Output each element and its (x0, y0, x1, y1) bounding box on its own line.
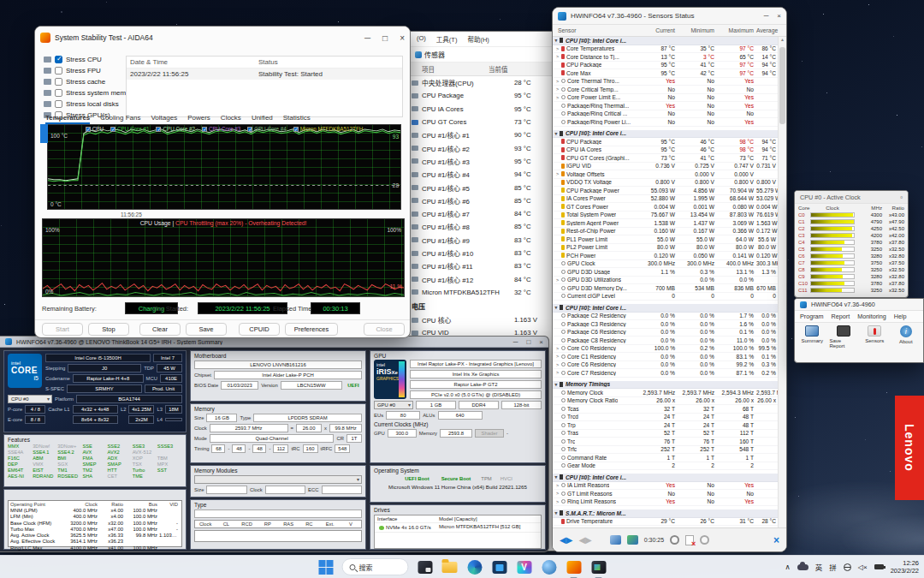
history-back-icon[interactable]: ◀▶ (560, 536, 572, 545)
close-icon[interactable]: ▫ (900, 194, 903, 201)
window-controls[interactable]: ─□× (364, 33, 405, 43)
sensor-row[interactable]: Memory Clock2,593.7 MHz2,593.7 MHz2,594.… (553, 389, 778, 397)
sensor-row[interactable]: >Core C0 Residency100.0 %0.2 %100.0 %99.… (553, 345, 778, 354)
legend-item[interactable]: CPU Core #4 (247, 126, 286, 132)
taskbar-app-v[interactable]: V (516, 558, 533, 575)
active-clock-titlebar[interactable]: CPU #0 - Active Clock ▫ (795, 191, 908, 204)
sensor-group-header[interactable]: ▾CPU [#0]: Intel Core i... (553, 130, 778, 139)
sensor-row[interactable]: CPU GT Cores (Graphi...73 °C41 °C73 °C71… (553, 154, 778, 163)
hwinfo-sensors-window[interactable]: HWiNFO64 v7.36-4960 - Sensors Status ─× … (552, 7, 787, 552)
menu-item[interactable]: 帮助(H) (467, 34, 489, 44)
menu-help[interactable]: Help (894, 313, 907, 320)
checkbox[interactable] (55, 89, 62, 97)
column-current[interactable]: Current (640, 27, 678, 33)
menu-item[interactable]: 工具(T) (436, 34, 458, 44)
sensor-row[interactable]: GT Cores Power0.004 W0.001 W0.080 W0.004… (553, 203, 778, 212)
logging-stop-icon[interactable] (685, 535, 694, 545)
legend-checkbox[interactable] (156, 127, 161, 132)
column-sensor[interactable]: Sensor (553, 27, 640, 33)
hwinfo-main-window[interactable]: HWiNFO64 v7.36-4960 ProgramReportMonitor… (794, 298, 924, 363)
collapse-icon[interactable]: ▾ (553, 131, 560, 136)
sensor-item[interactable]: Micron MTFDKBA512TFH32 °C (396, 286, 560, 299)
sensors-titlebar[interactable]: HWiNFO64 v7.36-4960 - Sensors Status ─× (553, 8, 786, 25)
sensor-row[interactable]: >GPU D3D Utilizations0.0 %0.0 % (553, 277, 778, 285)
sensor-item[interactable]: CPU #1/核心 #585 °C (396, 181, 560, 194)
column-average[interactable]: Average (756, 27, 779, 33)
sensor-row[interactable]: Tras52 T52 T112 T (553, 430, 778, 438)
history-forward-icon[interactable]: ◀▶ (578, 536, 591, 545)
sensor-row[interactable]: Core Max95 °C42 °C97 °C94 °C (553, 69, 778, 78)
taskbar-clock[interactable]: 12:26 2023/2/22 (891, 559, 919, 575)
window-controls[interactable]: ─□× (513, 338, 543, 346)
clear-button[interactable]: Clear (139, 323, 181, 336)
stability-titlebar[interactable]: System Stability Test - AIDA64 ─□× (35, 27, 410, 49)
sensor-item[interactable]: CPU #1/核心 #983 °C (396, 234, 560, 247)
preferences-button[interactable]: Preferences (285, 323, 338, 336)
sensor-item[interactable]: CPU #1/核心 #395 °C (396, 155, 560, 168)
drive-row[interactable]: NVMe 4x 16.0 GT/sMicron MTFDKBA512TFH [5… (375, 523, 541, 533)
sensor-row[interactable]: Package C8 Residency0.0 %0.0 %11.0 %0.0 … (553, 337, 778, 345)
sensor-item[interactable]: CPU Package95 °C (396, 89, 560, 102)
memory-module-select[interactable] (194, 475, 362, 484)
sensor-row[interactable]: GPU D3D Memory Dy...700 MB534 MB836 MB67… (553, 284, 778, 293)
legend-item[interactable]: CPU (86, 126, 104, 132)
sensor-item[interactable]: CPU #1/核心 #494 °C (396, 168, 560, 181)
legend-item[interactable]: Micron MTFDKBA512TFH (293, 126, 363, 132)
taskbar-file-explorer[interactable] (441, 558, 459, 575)
start-button[interactable] (317, 558, 335, 575)
graph-tabs[interactable]: TemperaturesCooling FansVoltagesPowersCl… (45, 114, 311, 124)
sensor-item[interactable]: CPU #1/核心 #1083 °C (396, 247, 560, 259)
tray-chevron-icon[interactable]: ∧ (785, 563, 791, 571)
sensors-column-header[interactable]: SensorCurrentMinimumMaximumAverage (553, 25, 786, 37)
sensor-row[interactable]: Current cIGP Level0000 (553, 293, 778, 301)
sensor-row[interactable]: CPU Package95 °C46 °C98 °C94 °C (553, 138, 778, 146)
hwinfo-toolbar[interactable]: SummarySave ReportSensorsiAbout (795, 323, 923, 351)
collapse-icon[interactable]: ▾ (553, 510, 560, 515)
cloud-icon[interactable] (797, 564, 808, 570)
graph-tab-voltages[interactable]: Voltages (151, 114, 177, 124)
legend-checkbox[interactable] (202, 127, 207, 132)
checkbox[interactable] (55, 78, 62, 86)
tool-summary[interactable]: Summary (798, 325, 826, 349)
sensor-item[interactable]: CPU 核心1.163 V (396, 313, 560, 326)
sensor-row[interactable]: >Core C7 Residency0.0 %0.0 %87.1 %0.2 % (553, 369, 778, 378)
close-sensors-icon[interactable]: × (773, 534, 779, 546)
aida64-sensor-tab[interactable]: 传感器 (396, 47, 560, 63)
sensor-row[interactable]: CPU IA Cores95 °C46 °C98 °C94 °C (553, 146, 778, 155)
sensor-row[interactable]: Trfc252 T252 T548 T (553, 446, 778, 455)
sensor-row[interactable]: Package/Ring Thermal...YesNoYes (553, 102, 778, 110)
graph-tab-clocks[interactable]: Clocks (221, 114, 241, 124)
sensor-row[interactable]: Command Rate1 T1 T1 T (553, 454, 778, 462)
legend-item[interactable]: CPU Core #2 (156, 126, 194, 132)
test-log[interactable]: Date & TimeStatus 2023/2/22 11:56:25Stab… (126, 56, 403, 117)
battery-icon[interactable] (874, 564, 884, 569)
sensor-row[interactable]: >Voltage Offsets0.000 V0.000 V (553, 170, 778, 179)
column-maximum[interactable]: Maximum (717, 27, 756, 33)
settings-gear-icon[interactable] (700, 535, 709, 545)
sensor-group-header[interactable]: ▾S.M.A.R.T.: Micron M... (553, 509, 778, 518)
volume-muted-icon[interactable]: ◁× (858, 563, 868, 571)
graph-tab-statistics[interactable]: Statistics (283, 114, 311, 124)
taskbar-app-widgets[interactable] (417, 558, 434, 575)
sensor-group-header[interactable]: ▾CPU [#0]: Intel Core i... (553, 37, 778, 45)
sensor-item[interactable]: CPU #1/核心 #190 °C (396, 128, 560, 141)
sensor-row[interactable]: GPU D3D Usage1.1 %0.3 %13.1 %1.3 % (553, 268, 778, 277)
stability-test-window[interactable]: System Stability Test - AIDA64 ─□× Stres… (34, 26, 411, 338)
collapse-icon[interactable]: ▾ (553, 305, 560, 310)
window-controls[interactable]: ─× (764, 12, 781, 20)
taskbar-app-circle[interactable] (541, 558, 558, 575)
sensor-row[interactable]: >GT Limit ReasonsNoNoNo (553, 490, 778, 498)
log-row[interactable]: 2023/2/22 11:56:25Stability Test: Starte… (127, 69, 402, 80)
active-clock-window[interactable]: CPU #0 - Active Clock ▫ CoreClock MHzRat… (794, 190, 909, 298)
collapse-icon[interactable]: ▾ (553, 474, 560, 480)
sensor-item[interactable]: CPU #1/核心 #1183 °C (396, 259, 560, 272)
sensor-row[interactable]: Total System Power75.667 W13.454 W87.803… (553, 212, 778, 220)
legend-item[interactable]: CPU Core #3 (202, 126, 240, 132)
system-icon[interactable] (610, 535, 621, 545)
sensor-row[interactable]: >Core C6 Residency0.0 %0.0 %99.2 %0.3 % (553, 361, 778, 370)
sensor-row[interactable]: GPU Clock300.0 MHz300.0 MHz400.0 MHz300.… (553, 260, 778, 269)
legend-checkbox[interactable] (86, 127, 91, 132)
sensor-row[interactable]: >Core Temperatures87 °C35 °C97 °C86 °C (553, 45, 778, 54)
search-box[interactable]: 搜索 (342, 558, 409, 575)
sensor-item[interactable]: CPU GT Cores73 °C (396, 116, 560, 128)
